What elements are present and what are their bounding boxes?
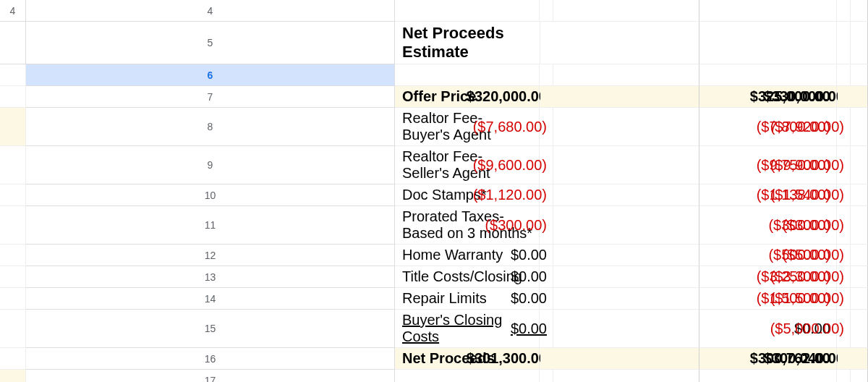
col-divider — [540, 146, 699, 184]
row-header[interactable]: 11 — [26, 206, 395, 245]
cell-empty[interactable] — [838, 0, 868, 22]
cell-empty[interactable] — [540, 0, 699, 22]
col-divider — [838, 245, 868, 266]
col-divider — [540, 245, 699, 266]
cell-selected[interactable] — [838, 64, 868, 86]
row-header[interactable]: 6 — [26, 64, 395, 86]
cell-selected[interactable] — [395, 64, 540, 86]
cell-empty[interactable] — [838, 22, 868, 64]
cell-empty[interactable] — [0, 108, 26, 146]
spreadsheet[interactable]: 445Net Proceeds Estimate67Offer Price$32… — [0, 0, 868, 382]
col-divider — [540, 184, 699, 206]
cell-empty[interactable] — [0, 288, 26, 310]
col-divider — [540, 288, 699, 310]
col-divider — [540, 348, 699, 370]
cell-empty[interactable] — [838, 370, 868, 382]
cell-empty[interactable] — [0, 310, 26, 348]
cell-empty[interactable] — [0, 146, 26, 184]
row-header[interactable]: 8 — [26, 108, 395, 146]
col-divider — [540, 266, 699, 288]
row-header[interactable]: 13 — [26, 266, 395, 288]
row-header[interactable]: 10 — [26, 184, 395, 206]
row-header[interactable]: 9 — [26, 146, 395, 184]
cell-empty[interactable] — [395, 370, 540, 382]
cell-empty[interactable] — [0, 184, 26, 206]
row-header[interactable]: 7 — [26, 86, 395, 108]
cell-empty[interactable] — [540, 22, 699, 64]
cell-empty[interactable] — [699, 22, 837, 64]
cell-empty[interactable] — [0, 266, 26, 288]
col-divider — [540, 310, 699, 348]
col-divider — [838, 310, 868, 348]
col-divider — [838, 108, 868, 146]
row-header[interactable]: 14 — [26, 288, 395, 310]
row-header[interactable]: 17 — [26, 370, 395, 382]
cell-empty[interactable] — [0, 245, 26, 266]
col-divider — [838, 266, 868, 288]
cell-empty[interactable] — [0, 206, 26, 245]
row-header[interactable]: 5 — [26, 22, 395, 64]
col-divider — [540, 206, 699, 245]
cell-selected[interactable] — [699, 64, 837, 86]
row-header-4[interactable]: 4 — [0, 0, 26, 22]
col-divider — [838, 146, 868, 184]
col-divider — [540, 86, 699, 108]
cell-empty[interactable] — [0, 22, 26, 64]
cell-empty[interactable] — [699, 0, 837, 22]
cell-selected[interactable] — [540, 64, 699, 86]
col-divider — [838, 184, 868, 206]
cell-empty[interactable] — [0, 64, 26, 86]
col-divider — [838, 288, 868, 310]
row-header[interactable]: 4 — [26, 0, 395, 22]
col-divider — [540, 108, 699, 146]
cell-empty[interactable] — [395, 0, 540, 22]
row-header[interactable]: 15 — [26, 310, 395, 348]
col-divider — [838, 86, 868, 108]
row-header[interactable]: 16 — [26, 348, 395, 370]
title-cell[interactable]: Net Proceeds Estimate — [395, 22, 540, 64]
col-divider — [838, 348, 868, 370]
cell-empty[interactable] — [540, 370, 699, 382]
cell-empty[interactable] — [0, 370, 26, 382]
cell-empty[interactable] — [0, 348, 26, 370]
row-header[interactable]: 12 — [26, 245, 395, 266]
col-divider — [838, 206, 868, 245]
cell-empty[interactable] — [699, 370, 837, 382]
cell-selected[interactable] — [0, 86, 26, 108]
